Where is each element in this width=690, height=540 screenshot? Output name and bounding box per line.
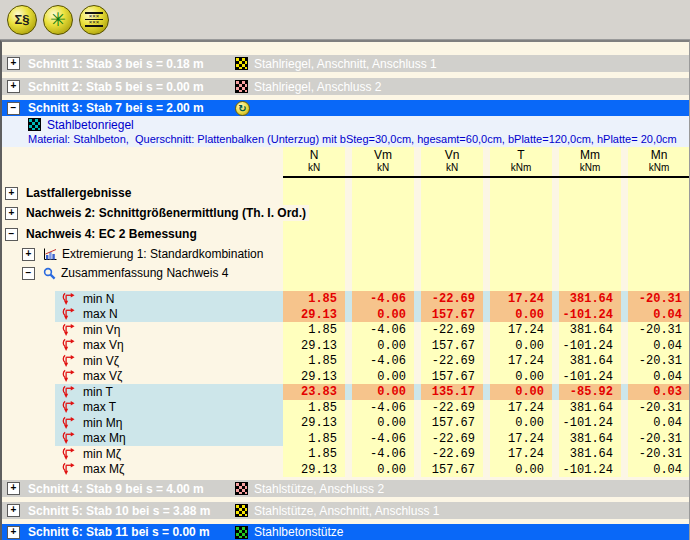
value-cell: 157.67	[421, 462, 483, 478]
magnifier-icon	[43, 267, 56, 280]
section-schnitt-4[interactable]: + Schnitt 4: Stab 9 bei s = 4.00 m Stahl…	[2, 480, 689, 497]
collapse-icon[interactable]: −	[7, 102, 20, 115]
value-cell: -22.69	[421, 353, 483, 369]
section-desc: Stahlriegel, Anschluss 2	[254, 80, 381, 94]
collapse-icon[interactable]: −	[22, 267, 35, 280]
value-cell: -20.31	[628, 291, 690, 307]
column-symbol: Vm	[352, 148, 414, 162]
tree-item-nachweis-2[interactable]: + Nachweis 2: Schnittgrößenermittlung (T…	[0, 205, 309, 221]
results-panel: + Schnitt 1: Stab 3 bei s = 0.18 m Stahl…	[0, 40, 690, 540]
member-label: Stahlbetonriegel	[47, 118, 134, 132]
section-title: Schnitt 3: Stab 7 bei s = 2.00 m	[28, 101, 204, 115]
expand-icon[interactable]: +	[7, 482, 20, 495]
table-row[interactable]: min Mζ1.85-4.06-22.6917.24381.64-20.31	[0, 446, 690, 462]
expand-icon[interactable]: +	[7, 504, 20, 517]
checker-yellow-icon	[235, 57, 248, 70]
expand-icon[interactable]: +	[7, 526, 20, 539]
value-cell: 0.00	[490, 384, 552, 400]
table-row[interactable]: min Vζ1.85-4.06-22.6917.24381.64-20.31	[0, 353, 690, 369]
section-schnitt-6[interactable]: + Schnitt 6: Stab 11 bei s = 0.00 m Stah…	[2, 524, 689, 540]
checker-pink-icon	[235, 482, 248, 495]
value-cell: 381.64	[559, 322, 621, 338]
value-cell: 1.85	[283, 431, 345, 447]
column-header: Mm kNm	[559, 147, 621, 176]
table-row[interactable]: max T1.85-4.06-22.6917.24381.64-20.31	[0, 400, 690, 416]
axes-icon	[60, 369, 75, 383]
value-cell: 0.00	[490, 338, 552, 354]
value-cell: -20.31	[628, 353, 690, 369]
column-unit: kN	[421, 162, 483, 173]
expand-icon[interactable]: +	[7, 57, 20, 70]
value-cell: 0.00	[490, 369, 552, 385]
table-row[interactable]: max N29.130.00157.670.00-101.240.04	[0, 307, 690, 323]
value-cell: 381.64	[559, 446, 621, 462]
value-cell: -22.69	[421, 322, 483, 338]
table-row[interactable]: max Mζ29.130.00157.670.00-101.240.04	[0, 462, 690, 478]
value-cell: 157.67	[421, 415, 483, 431]
tree-item-extremierung-1[interactable]: + Extremierung 1: Standardkombination	[0, 246, 266, 262]
section-schnitt-1[interactable]: + Schnitt 1: Stab 3 bei s = 0.18 m Stahl…	[2, 55, 689, 72]
value-cell: -22.69	[421, 400, 483, 416]
table-row[interactable]: max Vζ29.130.00157.670.00-101.240.04	[0, 369, 690, 385]
value-cell: 381.64	[559, 431, 621, 447]
value-cell: -4.06	[352, 291, 414, 307]
value-cell: 0.00	[352, 384, 414, 400]
row-label: min T	[83, 385, 113, 399]
axes-icon	[60, 447, 75, 461]
tree-item-zusammenfassung[interactable]: − Zusammenfassung Nachweis 4	[0, 265, 231, 281]
value-cell: -101.24	[559, 415, 621, 431]
row-label: max Mζ	[83, 462, 124, 476]
expand-icon[interactable]: +	[5, 207, 18, 220]
expand-icon[interactable]: +	[7, 80, 20, 93]
column-unit: kNm	[490, 162, 552, 173]
section-schnitt-3[interactable]: − Schnitt 3: Stab 7 bei s = 2.00 m ↻	[2, 100, 689, 116]
burst-button[interactable]: ✳	[43, 5, 73, 35]
tree-item-lastfallergebnisse[interactable]: + Lastfallergebnisse	[0, 185, 134, 201]
toolbar: Σ§ ✳ ××× ×××	[0, 0, 690, 40]
section-schnitt-5[interactable]: + Schnitt 5: Stab 10 bei s = 3.88 m Stah…	[2, 502, 689, 519]
value-cell: -4.06	[352, 353, 414, 369]
value-cell: -20.31	[628, 400, 690, 416]
value-cell: -22.69	[421, 446, 483, 462]
value-cell: 1.85	[283, 353, 345, 369]
column-unit: kN	[283, 162, 345, 173]
sum-rules-button[interactable]: Σ§	[7, 5, 37, 35]
axes-icon	[60, 338, 75, 352]
section-schnitt-2[interactable]: + Schnitt 2: Stab 5 bei s = 0.00 m Stahl…	[2, 78, 689, 95]
value-cell: 0.00	[352, 307, 414, 323]
column-header: T kNm	[490, 147, 552, 176]
checker-pink-icon	[235, 80, 248, 93]
value-cell: -85.92	[559, 384, 621, 400]
value-cell: 381.64	[559, 353, 621, 369]
value-cell: 17.24	[490, 431, 552, 447]
axes-icon	[60, 307, 75, 321]
expand-icon[interactable]: +	[5, 187, 18, 200]
axes-icon	[60, 431, 75, 445]
table-row[interactable]: min T23.830.00135.170.00-85.920.03	[0, 384, 690, 400]
column-header: Vn kN	[421, 147, 483, 176]
table-row[interactable]: max Mη1.85-4.06-22.6917.24381.64-20.31	[0, 431, 690, 447]
value-cell: -4.06	[352, 322, 414, 338]
value-cell: 29.13	[283, 307, 345, 323]
tree-item-label: Nachweis 2: Schnittgrößenermittlung (Th.…	[26, 205, 309, 221]
expand-icon[interactable]: +	[22, 248, 35, 261]
value-cell: 0.00	[490, 415, 552, 431]
column-unit: kNm	[559, 162, 621, 173]
value-cell: 17.24	[490, 400, 552, 416]
value-cell: -20.31	[628, 322, 690, 338]
collapse-icon[interactable]: −	[5, 228, 18, 241]
table-row[interactable]: min Mη29.130.00157.670.00-101.240.04	[0, 415, 690, 431]
axes-icon	[60, 354, 75, 368]
results-table-button[interactable]: ××× ×××	[79, 5, 109, 35]
value-cell: 1.85	[283, 400, 345, 416]
material-info: Material: Stahlbeton, Querschnitt: Platt…	[28, 133, 677, 145]
table-row[interactable]: min N1.85-4.06-22.6917.24381.64-20.31	[0, 291, 690, 307]
section-title: Schnitt 4: Stab 9 bei s = 4.00 m	[28, 482, 204, 496]
tree-item-nachweis-4[interactable]: − Nachweis 4: EC 2 Bemessung	[0, 226, 200, 242]
table-row[interactable]: max Vη29.130.00157.670.00-101.240.04	[0, 338, 690, 354]
table-row[interactable]: min Vη1.85-4.06-22.6917.24381.64-20.31	[0, 322, 690, 338]
section-desc: Stahlstütze, Anschluss 2	[254, 482, 384, 496]
value-cell: -4.06	[352, 400, 414, 416]
table-icon-row: ×××	[85, 20, 103, 25]
value-cell: 17.24	[490, 322, 552, 338]
